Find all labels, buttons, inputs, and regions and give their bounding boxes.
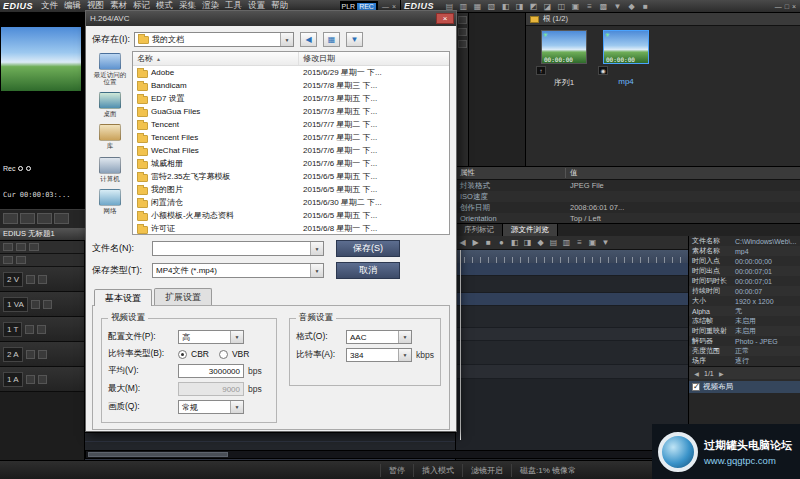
track-visibility-icon[interactable] bbox=[26, 375, 35, 384]
bin-tool-button[interactable] bbox=[458, 28, 467, 36]
insert-mode-status[interactable]: 插入模式 bbox=[413, 464, 462, 477]
cbr-radio[interactable] bbox=[178, 350, 187, 359]
track-lock-icon[interactable] bbox=[37, 325, 46, 334]
filetype-dropdown[interactable]: MP4文件 (*.mp4) ▼ bbox=[152, 263, 324, 278]
track-row[interactable]: 1 A bbox=[0, 367, 84, 392]
close-icon[interactable]: × bbox=[436, 13, 454, 24]
video-lane[interactable] bbox=[456, 293, 688, 306]
chevron-down-icon[interactable]: ▼ bbox=[310, 242, 323, 255]
properties-name-column[interactable]: 属性 bbox=[456, 168, 566, 178]
filename-input[interactable]: ▼ bbox=[152, 241, 324, 256]
places-item[interactable]: 桌面 bbox=[99, 92, 121, 117]
file-name[interactable]: Bandicam bbox=[151, 81, 187, 90]
date-column-header[interactable]: 修改日期 bbox=[299, 52, 449, 65]
track-label[interactable]: 2 V bbox=[3, 272, 23, 287]
cancel-button[interactable]: 取消 bbox=[336, 262, 400, 279]
track-row[interactable]: 2 V bbox=[0, 267, 84, 292]
profile-dropdown[interactable]: 高 ▼ bbox=[178, 330, 244, 344]
audio-format-dropdown[interactable]: AAC ▼ bbox=[346, 330, 412, 344]
file-row[interactable]: 城威相册 2015/7/6 星期一 下... bbox=[133, 157, 449, 170]
record-icon[interactable]: ● bbox=[495, 238, 508, 247]
previous-page-icon[interactable]: ◀ bbox=[692, 370, 701, 377]
track-visibility-icon[interactable] bbox=[25, 325, 34, 334]
menu-item[interactable]: 编辑 bbox=[61, 0, 84, 12]
add-clip-icon[interactable]: ▥ bbox=[457, 2, 470, 11]
close-icon[interactable]: × bbox=[792, 3, 796, 10]
transport-button[interactable] bbox=[3, 213, 18, 224]
timeline-horizontal-scrollbar[interactable] bbox=[85, 450, 688, 459]
mixer-icon[interactable]: ≡ bbox=[573, 238, 586, 247]
file-name[interactable]: 小额模板-火星动态资料 bbox=[151, 210, 234, 221]
menu-item[interactable]: 文件 bbox=[38, 0, 61, 12]
timeline-window-title[interactable]: EDIUS 无标题1 bbox=[0, 228, 85, 241]
chevron-down-icon[interactable]: ▼ bbox=[230, 331, 243, 343]
bin-bottom-tab[interactable]: 源文件浏览 bbox=[503, 224, 558, 236]
chevron-down-icon[interactable]: ▼ bbox=[398, 349, 411, 361]
file-row[interactable]: 许可证 2015/6/8 星期一 下... bbox=[133, 222, 449, 235]
track-row[interactable]: 1 T bbox=[0, 317, 84, 342]
close-icon[interactable]: × bbox=[392, 3, 396, 10]
lane[interactable] bbox=[456, 276, 688, 293]
file-row[interactable]: Bandicam 2015/7/8 星期三 下... bbox=[133, 79, 449, 92]
file-row[interactable]: 我的图片 2015/6/5 星期五 下... bbox=[133, 183, 449, 196]
transport-button[interactable] bbox=[54, 213, 69, 224]
audio-lane[interactable] bbox=[456, 341, 688, 365]
filter-icon[interactable]: ◆ bbox=[625, 2, 638, 11]
audio-lane[interactable] bbox=[456, 365, 688, 379]
stop-icon[interactable]: ■ bbox=[482, 238, 495, 247]
file-row[interactable]: GuaGua Files 2015/7/3 星期五 下... bbox=[133, 105, 449, 118]
file-name[interactable]: 闲置清仓 bbox=[151, 197, 183, 208]
transport-button[interactable] bbox=[20, 213, 35, 224]
clip-thumbnail[interactable]: ✳ 00:00:00 bbox=[603, 30, 649, 64]
mark-in-icon[interactable]: ◧ bbox=[508, 238, 521, 247]
properties-value-column[interactable]: 值 bbox=[566, 168, 800, 178]
file-row[interactable]: 小额模板-火星动态资料 2015/6/5 星期五 下... bbox=[133, 209, 449, 222]
chevron-down-icon[interactable]: ▼ bbox=[398, 331, 411, 343]
file-name[interactable]: Tencent Files bbox=[151, 133, 198, 142]
back-icon[interactable]: ◀ bbox=[300, 32, 317, 47]
places-item[interactable]: 最近访问的位置 bbox=[92, 53, 128, 85]
file-name[interactable]: Adobe bbox=[151, 68, 174, 77]
bin-bottom-tab[interactable]: 序列标记 bbox=[456, 224, 503, 236]
track-row[interactable]: 2 A bbox=[0, 342, 84, 367]
bin-folder-tree[interactable] bbox=[456, 13, 526, 166]
file-row[interactable]: ED7 设置 2015/7/3 星期五 下... bbox=[133, 92, 449, 105]
views-icon[interactable]: ▼ bbox=[346, 32, 363, 47]
paste-icon[interactable]: ◨ bbox=[513, 2, 526, 11]
cut-icon[interactable]: ▧ bbox=[485, 2, 498, 11]
thumbnail-view-icon[interactable]: ▩ bbox=[597, 2, 610, 11]
track-row[interactable]: 1 VA bbox=[0, 292, 84, 317]
average-bitrate-input[interactable]: 3000000 bbox=[178, 364, 244, 378]
file-name[interactable]: 城威相册 bbox=[151, 158, 183, 169]
bin-clip[interactable]: ✳ 00:00:00 ↑ 序列1 bbox=[536, 30, 592, 166]
settings-tab[interactable]: 扩展设置 bbox=[154, 288, 212, 305]
track-visibility-icon[interactable] bbox=[26, 350, 35, 359]
track-label[interactable]: 1 T bbox=[3, 322, 22, 337]
zoom-icon[interactable]: ▣ bbox=[586, 238, 599, 247]
bin-tool-button[interactable] bbox=[458, 40, 467, 48]
file-name[interactable]: GuaGua Files bbox=[151, 107, 200, 116]
next-page-icon[interactable]: ▶ bbox=[717, 370, 726, 377]
filter-status[interactable]: 滤镜开启 bbox=[462, 464, 511, 477]
snap-icon[interactable]: ▤ bbox=[547, 238, 560, 247]
save-button[interactable]: 保存(S) bbox=[336, 240, 400, 257]
maximize-icon[interactable]: □ bbox=[785, 3, 789, 10]
track-tool-button[interactable] bbox=[16, 243, 26, 251]
timeline-ruler[interactable] bbox=[456, 250, 688, 263]
chevron-down-icon[interactable]: ▼ bbox=[230, 401, 243, 413]
chevron-down-icon[interactable]: ▼ bbox=[280, 33, 293, 46]
clip-thumbnail[interactable]: ✳ 00:00:00 bbox=[541, 30, 587, 64]
file-row[interactable]: WeChat Files 2015/7/6 星期一 下... bbox=[133, 144, 449, 157]
track-mode-button[interactable] bbox=[16, 256, 26, 264]
play-icon[interactable]: ▶ bbox=[469, 238, 482, 247]
video-lane[interactable] bbox=[456, 263, 688, 276]
file-name[interactable]: 许可证 bbox=[151, 223, 175, 234]
playhead[interactable] bbox=[460, 250, 461, 440]
track-visibility-icon[interactable] bbox=[31, 300, 40, 309]
file-name[interactable]: Tencent bbox=[151, 120, 179, 129]
track-lock-icon[interactable] bbox=[38, 375, 47, 384]
ripple-icon[interactable]: ▥ bbox=[560, 238, 573, 247]
copy-icon[interactable]: ◧ bbox=[499, 2, 512, 11]
quality-dropdown[interactable]: 常规 ▼ bbox=[178, 400, 244, 414]
file-row[interactable]: 雷特2.35左飞字幕模板 2015/6/5 星期五 下... bbox=[133, 170, 449, 183]
